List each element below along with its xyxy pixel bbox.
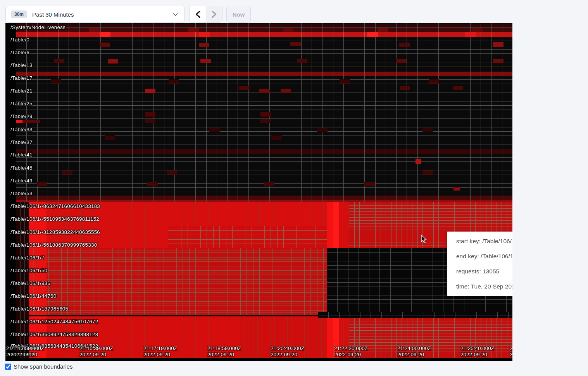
- chevron-down-icon: [173, 13, 178, 16]
- row-label: /Table/106/1/7: [10, 255, 45, 261]
- show-span-boundaries-label: Show span boundaries: [14, 363, 73, 370]
- row-label: /Table/106/1/-561886370999765330: [10, 242, 97, 248]
- tooltip-requests: requests: 13055: [456, 268, 512, 275]
- row-label: /Table/53: [10, 191, 33, 196]
- row-label: /Table/25: [10, 101, 33, 106]
- time-nav-group: [189, 6, 222, 23]
- time-label: 21:25:40.000Z2022-09-20: [460, 345, 494, 358]
- row-label: /Table/106/1/3608924758329898128: [10, 331, 98, 337]
- time-label: 21:27:20.000Z2022-09-20: [510, 345, 512, 358]
- row-label: /Table/33: [10, 127, 33, 132]
- row-label: /Table/106/1/50: [10, 268, 47, 273]
- row-label: /Table/106/1/-8632471606610433183: [10, 203, 100, 209]
- row-label: /Table/37: [10, 139, 33, 145]
- key-visualizer-heatmap[interactable]: /System/NodeLiveness/Table/0/Table/6/Tab…: [5, 23, 512, 361]
- row-label: /Table/49: [10, 178, 33, 184]
- footer: Show span boundaries: [5, 363, 73, 370]
- row-label: /Table/106/1/936: [10, 280, 50, 286]
- row-label: /Table/41: [10, 152, 33, 158]
- row-label: /Table/21: [10, 88, 33, 94]
- tooltip-end-key: end key: /Table/106/1/-18683814745282642…: [456, 253, 512, 260]
- row-label: /Table/106/1/-5510953463769811152: [10, 216, 99, 222]
- cell-tooltip: start key: /Table/106/1/-247433150824388…: [447, 232, 512, 296]
- show-span-boundaries-checkbox[interactable]: [5, 364, 11, 370]
- next-button[interactable]: [206, 6, 222, 22]
- time-range-label: Past 30 Minutes: [32, 11, 74, 18]
- row-label: /Table/106/1/187965605: [10, 306, 68, 312]
- time-label: 21:17:19.000Z2022-09-20: [143, 345, 177, 358]
- now-button[interactable]: Now: [226, 6, 251, 23]
- row-label: /Table/106/1/44760: [10, 293, 56, 299]
- chevron-right-icon: [212, 11, 217, 18]
- time-label: 21:24:00.000Z2022-09-20: [397, 345, 431, 358]
- row-label: /System/NodeLiveness: [10, 24, 66, 30]
- row-label: /Table/45: [10, 165, 33, 171]
- time-label: 21:20:40.000Z2022-09-20: [271, 345, 304, 358]
- mouse-cursor-icon: [421, 235, 428, 244]
- row-label: /Table/13: [10, 62, 33, 68]
- time-range-select[interactable]: 30m Past 30 Minutes: [5, 6, 185, 23]
- tooltip-time: time: Tue, 20 Sep 2022 21:24:40 GMT: [456, 283, 512, 290]
- row-label: /Table/106/1/1250247484756107672: [10, 319, 98, 324]
- row-label: /Table/106/1/-3128593822440635556: [10, 229, 100, 235]
- row-label: /Table/17: [10, 75, 33, 81]
- time-label: 21:22:20.000Z2022-09-20: [334, 345, 368, 358]
- time-label: 21:13:59.000Z2022-09-20: [10, 345, 44, 358]
- row-label: /Table/29: [10, 113, 33, 119]
- prev-button[interactable]: [190, 6, 206, 22]
- row-label: /Table/0: [10, 37, 29, 43]
- time-label: 21:18:59.000Z2022-09-20: [207, 345, 241, 358]
- heatmap-canvas[interactable]: [5, 23, 512, 361]
- time-label: 21:15:39.000Z2022-09-20: [79, 345, 113, 358]
- tooltip-start-key: start key: /Table/106/1/-247433150824388…: [456, 238, 512, 245]
- time-range-badge: 30m: [11, 10, 27, 18]
- chevron-left-icon: [195, 11, 200, 18]
- row-label: /Table/6: [10, 50, 29, 55]
